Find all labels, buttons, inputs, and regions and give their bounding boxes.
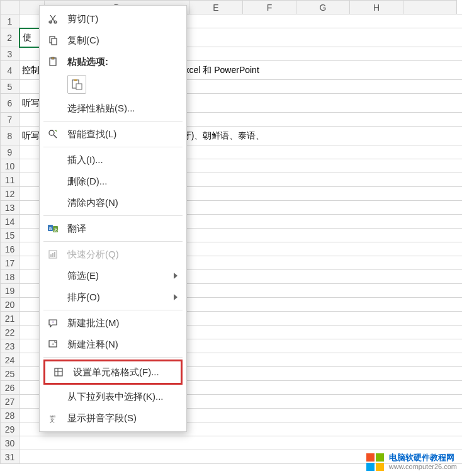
row-header[interactable]: 20: [1, 298, 20, 312]
menu-insert[interactable]: 插入(I)...: [40, 149, 186, 171]
menu-cut[interactable]: 剪切(T): [40, 8, 186, 30]
menu-new-note[interactable]: + 新建注释(N): [40, 334, 186, 355]
menu-paste-options-header: 粘贴选项:: [40, 51, 186, 72]
submenu-arrow-icon: [174, 294, 177, 300]
col-header[interactable]: H: [350, 1, 403, 14]
menu-format-cells[interactable]: 设置单元格格式(F)...: [45, 361, 181, 383]
menu-pick-from-list[interactable]: 从下拉列表中选择(K)...: [40, 386, 186, 407]
row-header[interactable]: 5: [1, 80, 20, 94]
menu-label: 新建批注(M): [67, 317, 177, 329]
menu-clear-contents[interactable]: 清除内容(N): [40, 192, 186, 213]
menu-sort[interactable]: 排序(O): [40, 286, 186, 308]
watermark-text: 电脑软硬件教程网 www.computer26.com: [389, 453, 457, 471]
row-header[interactable]: 7: [1, 113, 20, 127]
row-header[interactable]: 12: [1, 187, 20, 201]
watermark-logo-icon: [366, 453, 384, 471]
svg-rect-8: [76, 84, 82, 89]
row-header[interactable]: 21: [1, 312, 20, 326]
svg-rect-16: [50, 254, 52, 257]
menu-delete[interactable]: 删除(D)...: [40, 171, 186, 192]
row-header[interactable]: 24: [1, 353, 20, 367]
menu-label: 插入(I)...: [67, 154, 177, 166]
menu-new-comment[interactable]: + 新建批注(M): [40, 312, 186, 334]
row-header[interactable]: 9: [1, 145, 20, 159]
svg-rect-7: [74, 79, 77, 81]
menu-label: 复制(C): [67, 35, 177, 47]
copy-icon: [46, 33, 60, 47]
svg-point-9: [49, 130, 54, 135]
row-header[interactable]: 13: [1, 201, 20, 215]
note-icon: +: [46, 337, 60, 351]
menu-smart-lookup[interactable]: 智能查找(L): [40, 123, 186, 145]
col-header[interactable]: E: [189, 1, 243, 14]
comment-icon: +: [46, 316, 60, 330]
svg-rect-22: [55, 368, 62, 376]
row-header[interactable]: 17: [1, 256, 20, 270]
row-header[interactable]: 16: [1, 242, 20, 256]
row-header[interactable]: 4: [1, 61, 20, 80]
cut-icon: [46, 12, 60, 26]
menu-label: 翻译: [67, 223, 177, 235]
menu-separator: [43, 121, 183, 122]
menu-label: 从下拉列表中选择(K)...: [67, 391, 177, 403]
context-menu: 剪切(T) 复制(C) 粘贴选项: 选择性粘贴(S)... 智能查找(L) 插入…: [39, 5, 187, 432]
translate-icon: aあ: [46, 222, 60, 235]
menu-label: 显示拼音字段(S): [67, 412, 177, 424]
row-header[interactable]: 15: [1, 229, 20, 242]
row-header[interactable]: 11: [1, 173, 20, 187]
menu-show-phonetic[interactable]: wén文 显示拼音字段(S): [40, 407, 186, 429]
row-header[interactable]: 10: [1, 159, 20, 173]
menu-label: 清除内容(N): [67, 197, 177, 209]
row-header[interactable]: 22: [1, 326, 20, 339]
menu-paste-special[interactable]: 选择性粘贴(S)...: [40, 98, 186, 119]
svg-line-10: [54, 135, 57, 138]
menu-label: 粘贴选项:: [67, 56, 177, 68]
cell[interactable]: [20, 436, 463, 450]
menu-label: 智能查找(L): [67, 128, 177, 140]
row-header[interactable]: 25: [1, 367, 20, 381]
menu-label: 选择性粘贴(S)...: [67, 103, 177, 115]
paste-option-default[interactable]: [67, 75, 86, 94]
row-header[interactable]: 18: [1, 270, 20, 284]
svg-text:+: +: [52, 319, 55, 325]
row-header[interactable]: 2: [1, 28, 20, 47]
row-header[interactable]: 31: [1, 450, 20, 464]
svg-text:a: a: [49, 225, 52, 231]
col-header[interactable]: F: [243, 1, 296, 14]
paste-options-row: [40, 72, 186, 98]
menu-translate[interactable]: aあ 翻译: [40, 218, 186, 239]
watermark: 电脑软硬件教程网 www.computer26.com: [366, 453, 457, 471]
menu-filter[interactable]: 筛选(E): [40, 265, 186, 286]
svg-rect-5: [52, 57, 54, 59]
row-header[interactable]: 6: [1, 94, 20, 113]
tutorial-highlight: 设置单元格格式(F)...: [43, 360, 183, 385]
format-cells-icon: [52, 365, 65, 379]
row-header[interactable]: 27: [1, 395, 20, 409]
row-header[interactable]: 3: [1, 47, 20, 61]
menu-copy[interactable]: 复制(C): [40, 30, 186, 51]
svg-text:+: +: [52, 341, 55, 347]
menu-separator: [43, 241, 183, 242]
row-header[interactable]: 23: [1, 339, 20, 353]
select-all-corner[interactable]: [1, 1, 20, 14]
row-header[interactable]: 30: [1, 436, 20, 450]
row-header[interactable]: 26: [1, 381, 20, 395]
menu-label: 筛选(E): [67, 270, 174, 282]
row-header[interactable]: 14: [1, 215, 20, 229]
menu-separator: [43, 215, 183, 216]
row-header[interactable]: 1: [1, 14, 20, 28]
menu-label: 排序(O): [67, 292, 174, 303]
menu-label: 剪切(T): [67, 13, 177, 25]
svg-text:文: 文: [50, 417, 55, 422]
col-header[interactable]: G: [296, 1, 350, 14]
menu-label: 设置单元格格式(F)...: [73, 366, 172, 378]
row-header[interactable]: 8: [1, 127, 20, 145]
row-header[interactable]: 29: [1, 422, 20, 436]
svg-rect-3: [52, 38, 57, 45]
svg-text:あ: あ: [54, 227, 58, 232]
row-header[interactable]: 19: [1, 284, 20, 298]
submenu-arrow-icon: [174, 273, 177, 279]
col-header[interactable]: [403, 1, 457, 14]
row-header[interactable]: 28: [1, 409, 20, 422]
menu-label: 新建注释(N): [67, 339, 177, 351]
